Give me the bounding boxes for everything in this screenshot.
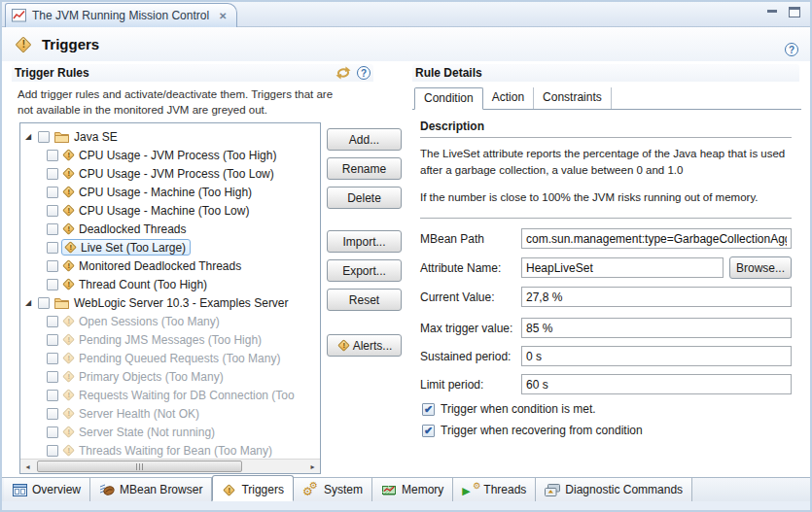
tree-item-label[interactable]: Pending Queued Requests (Too Many)	[79, 352, 280, 365]
expand-arrow-icon[interactable]: ◢	[25, 298, 35, 308]
max-trigger-row: Max trigger value:	[420, 318, 792, 338]
tab-triggers[interactable]: Triggers	[212, 475, 294, 501]
tree-item-greyed[interactable]: Open Sessions (Too Many)	[20, 312, 320, 330]
gear-icon: ⚙	[309, 480, 318, 492]
checkbox[interactable]	[47, 150, 58, 161]
max-trigger-field[interactable]	[521, 318, 792, 338]
selected-item-highlight[interactable]: Live Set (Too Large)	[61, 239, 191, 256]
tree-horizontal-scrollbar[interactable]: ◂ ▸	[20, 459, 320, 473]
checkbox[interactable]	[47, 242, 58, 254]
scrollbar-track[interactable]	[35, 460, 305, 473]
tree-item-label[interactable]: Server Health (Not OK)	[79, 407, 199, 421]
tab-constraints[interactable]: Constraints	[534, 87, 612, 109]
delete-button[interactable]: Delete	[327, 187, 402, 209]
tree-item-label[interactable]: Threads Waiting for Bean (Too Many)	[79, 444, 272, 458]
tab-overview[interactable]: Overview	[4, 478, 90, 501]
add-button[interactable]: Add...	[327, 128, 402, 151]
tree-item-greyed[interactable]: Primary Objects (Too Many)	[20, 367, 320, 386]
scrollbar-thumb[interactable]	[37, 461, 242, 472]
import-button[interactable]: Import...	[327, 230, 402, 253]
close-icon[interactable]: ✕	[219, 11, 227, 21]
tree-item-label[interactable]: Pending JMS Messages (Too High)	[79, 333, 262, 347]
tree-item-label[interactable]: CPU Usage - JVM Process (Too High)	[79, 149, 276, 162]
sustained-period-field[interactable]	[521, 346, 792, 366]
tree-group-java-se[interactable]: ◢ Java SE	[20, 127, 320, 146]
tree-item-label[interactable]: CPU Usage - Machine (Too High)	[79, 186, 252, 199]
scroll-right-icon: ▸	[310, 462, 314, 471]
checkbox[interactable]	[47, 279, 58, 290]
checkbox[interactable]	[47, 223, 58, 235]
tree-item-greyed[interactable]: Pending Queued Requests (Too Many)	[20, 349, 320, 367]
tree-item-label[interactable]: CPU Usage - Machine (Too Low)	[79, 204, 249, 218]
tree-item[interactable]: CPU Usage - JVM Process (Too High)	[20, 146, 320, 164]
checkbox[interactable]	[47, 205, 58, 217]
tree-item[interactable]: Monitored Deadlocked Threads	[20, 256, 320, 275]
limit-period-field[interactable]	[521, 374, 792, 394]
tree-item-selected[interactable]: Live Set (Too Large)	[20, 238, 320, 256]
tree-group-weblogic[interactable]: ◢ WebLogic Server 10.3 - Examples Server	[20, 293, 320, 312]
attribute-name-field[interactable]	[521, 257, 724, 278]
checkbox[interactable]	[47, 187, 58, 198]
tab-memory[interactable]: Memory	[372, 478, 453, 501]
checkbox[interactable]	[47, 260, 58, 272]
checkbox[interactable]	[47, 353, 58, 364]
tree-item-label[interactable]: Server State (Not running)	[79, 426, 215, 439]
checkbox[interactable]	[47, 334, 58, 346]
rename-button[interactable]: Rename	[327, 157, 402, 180]
alerts-button[interactable]: Alerts...	[327, 334, 402, 357]
tree-group-label[interactable]: Java SE	[74, 130, 118, 144]
tree-item[interactable]: CPU Usage - JVM Process (Too Low)	[20, 164, 320, 183]
mbean-path-field[interactable]	[521, 228, 792, 249]
tree-item-greyed[interactable]: Server State (Not running)	[20, 423, 320, 441]
tree-item-greyed[interactable]: Threads Waiting for Bean (Too Many)	[20, 441, 320, 460]
checkbox[interactable]	[38, 297, 50, 309]
tab-mbean-browser[interactable]: MBean Browser	[90, 478, 212, 501]
tab-threads[interactable]: ▶ ⚙ Threads	[453, 478, 536, 501]
reset-button[interactable]: Reset	[327, 289, 402, 311]
scroll-left-button[interactable]: ◂	[20, 460, 35, 473]
tab-action[interactable]: Action	[483, 87, 534, 109]
current-value-field[interactable]	[521, 287, 792, 307]
tree-item-label[interactable]: Thread Count (Too High)	[79, 278, 207, 291]
tree-item[interactable]: Thread Count (Too High)	[20, 275, 320, 293]
sustained-period-row: Sustained period:	[420, 346, 792, 366]
tree-item-label[interactable]: CPU Usage - JVM Process (Too Low)	[79, 167, 274, 181]
export-button[interactable]: Export...	[327, 259, 402, 282]
trigger-rules-help-icon[interactable]: ?	[357, 66, 371, 80]
tree-item-label[interactable]: Live Set (Too Large)	[81, 241, 186, 255]
tree-item-label[interactable]: Deadlocked Threads	[79, 222, 187, 236]
tree-item-label[interactable]: Open Sessions (Too Many)	[79, 315, 220, 328]
tree-item-label[interactable]: Monitored Deadlocked Threads	[79, 259, 241, 273]
checkbox-checked[interactable]: ✔	[422, 403, 435, 416]
expand-arrow-icon[interactable]: ◢	[25, 132, 35, 142]
tab-diagnostic-commands[interactable]: Diagnostic Commands	[536, 478, 692, 501]
checkbox[interactable]	[47, 390, 58, 401]
tree-item[interactable]: CPU Usage - Machine (Too High)	[20, 183, 320, 201]
tree-item-label[interactable]: Primary Objects (Too Many)	[79, 370, 224, 384]
checkbox-checked[interactable]: ✔	[422, 425, 435, 437]
tree-item-greyed[interactable]: Server Health (Not OK)	[20, 404, 320, 423]
tree-item-label[interactable]: Requests Waiting for DB Connection (Too	[79, 389, 295, 402]
tab-condition[interactable]: Condition	[414, 87, 483, 110]
refresh-icon[interactable]	[335, 66, 351, 80]
checkbox[interactable]	[47, 427, 58, 438]
minimize-icon[interactable]	[767, 10, 777, 13]
tree-item[interactable]: CPU Usage - Machine (Too Low)	[20, 201, 320, 220]
tree-item-greyed[interactable]: Pending JMS Messages (Too High)	[20, 330, 320, 349]
scroll-right-button[interactable]: ▸	[305, 460, 320, 473]
tree-item[interactable]: Deadlocked Threads	[20, 220, 320, 238]
tree-item-greyed[interactable]: Requests Waiting for DB Connection (Too	[20, 386, 320, 404]
tree-group-label[interactable]: WebLogic Server 10.3 - Examples Server	[74, 296, 289, 310]
maximize-icon[interactable]	[789, 7, 800, 17]
checkbox[interactable]	[47, 168, 58, 180]
scroll-left-icon: ◂	[25, 462, 29, 471]
checkbox[interactable]	[47, 408, 58, 420]
help-icon[interactable]: ?	[785, 43, 798, 56]
browse-button[interactable]: Browse...	[729, 256, 792, 279]
editor-tab-jvm-running[interactable]: The JVM Running Mission Control ✕	[5, 3, 237, 27]
checkbox[interactable]	[47, 371, 58, 383]
checkbox[interactable]	[47, 316, 58, 327]
checkbox[interactable]	[47, 445, 58, 457]
tab-system[interactable]: ⚙ ⚙ System	[294, 478, 372, 501]
checkbox[interactable]	[38, 131, 50, 143]
